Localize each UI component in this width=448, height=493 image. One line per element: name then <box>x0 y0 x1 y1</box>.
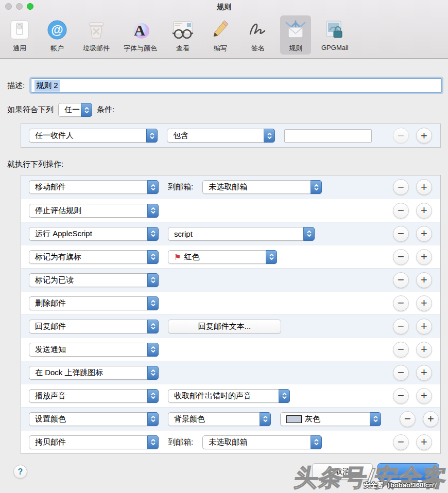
action-type-popup[interactable]: 拷贝邮件 <box>29 435 159 449</box>
remove-row-button[interactable]: − <box>393 342 409 358</box>
add-row-button[interactable]: + <box>416 272 432 288</box>
add-row-button[interactable]: + <box>416 128 432 144</box>
toolbar-item-label: 签名 <box>251 44 265 53</box>
action-type-popup[interactable]: 标记为已读 <box>29 273 159 287</box>
mailbox-popup[interactable]: 未选取邮箱 <box>202 435 322 449</box>
add-row-button[interactable]: + <box>416 203 432 219</box>
remove-row-button[interactable]: − <box>393 203 409 219</box>
add-row-button[interactable]: + <box>416 179 432 195</box>
composing-icon <box>209 17 232 42</box>
remove-row-button[interactable]: − <box>393 128 409 144</box>
fonts-icon: A <box>129 17 152 42</box>
general-icon <box>8 17 31 42</box>
popup-value: 停止评估规则 <box>29 206 147 216</box>
action-type-popup[interactable]: 设置颜色 <box>29 412 159 426</box>
add-row-button[interactable]: + <box>416 226 432 242</box>
remove-row-button[interactable]: − <box>400 411 416 427</box>
match-any-value: 任一 <box>59 105 81 115</box>
action-type-popup[interactable]: 发送通知 <box>29 343 159 357</box>
chevron-updown-icon <box>311 180 322 194</box>
remove-row-button[interactable]: − <box>393 295 409 311</box>
popup-value: 回复邮件 <box>29 322 147 331</box>
zoom-button[interactable] <box>27 3 33 10</box>
mailbox-popup[interactable]: 未选取邮箱 <box>202 180 322 194</box>
minimize-button[interactable] <box>16 3 23 10</box>
toolbar-item-accounts[interactable]: @帐户 <box>42 15 73 55</box>
color-popup[interactable]: 灰色 <box>280 412 381 426</box>
toolbar-item-signatures[interactable]: 签名 <box>243 15 273 55</box>
popup-value: 播放声音 <box>29 391 147 401</box>
popup-value: 背景颜色 <box>168 414 260 424</box>
toolbar-item-junk[interactable]: 垃圾邮件 <box>79 15 113 55</box>
viewing-icon <box>171 17 195 42</box>
popup-value: 在 Dock 上弹跳图标 <box>29 368 147 378</box>
cancel-button[interactable]: 取消 <box>312 463 373 480</box>
remove-row-button[interactable]: − <box>393 272 409 288</box>
action-row: 播放声音收取邮件出错时的声音−+ <box>21 384 440 407</box>
remove-row-button[interactable]: − <box>393 388 409 404</box>
add-row-button[interactable]: + <box>423 411 439 427</box>
action-type-popup[interactable]: 删除邮件 <box>29 296 159 310</box>
action-type-popup[interactable]: 标记为有旗标 <box>29 250 159 264</box>
action-row: 删除邮件−+ <box>21 291 440 314</box>
action-type-popup[interactable]: 回复邮件 <box>29 320 159 333</box>
add-row-button[interactable]: + <box>416 319 432 334</box>
toolbar-item-fonts[interactable]: A字体与颜色 <box>120 15 161 55</box>
action-row: 停止评估规则−+ <box>21 199 440 222</box>
toolbar-item-label: 帐户 <box>50 44 64 53</box>
toolbar-item-general[interactable]: 通用 <box>4 15 35 55</box>
chevron-updown-icon <box>147 180 159 194</box>
popup-value: 运行 AppleScript <box>29 229 147 239</box>
close-button[interactable] <box>5 3 12 10</box>
toolbar-item-gpgmail[interactable]: GPGMail <box>318 15 352 53</box>
chevron-updown-icon <box>147 412 159 426</box>
popup-value: 未选取邮箱 <box>203 437 311 447</box>
add-row-button[interactable]: + <box>416 365 432 381</box>
action-type-popup[interactable]: 在 Dock 上弹跳图标 <box>29 366 159 380</box>
chevron-updown-icon <box>147 343 159 357</box>
match-any-popup[interactable]: 任一 <box>58 103 92 117</box>
add-row-button[interactable]: + <box>416 434 432 450</box>
reply-text-button[interactable]: 回复邮件文本... <box>168 320 281 333</box>
remove-row-button[interactable]: − <box>393 179 409 195</box>
toolbar-item-viewing[interactable]: 查看 <box>167 15 198 55</box>
toolbar-item-rules[interactable]: 规则 <box>280 15 311 55</box>
remove-row-button[interactable]: − <box>393 365 409 381</box>
watermark-small-text: 安全客（bobao.360.cn） <box>364 481 440 490</box>
add-row-button[interactable]: + <box>416 342 432 358</box>
popup-value: 标记为已读 <box>29 275 147 285</box>
action-type-popup[interactable]: 移动邮件 <box>29 180 159 194</box>
color-target-popup[interactable]: 背景颜色 <box>168 412 271 426</box>
flag-color-popup[interactable]: ⚑红色 <box>168 250 277 264</box>
chevron-updown-icon <box>260 412 271 426</box>
description-row: 描述: 规则 2 <box>7 78 442 93</box>
chevron-updown-icon <box>81 103 92 117</box>
chevron-updown-icon <box>147 273 159 287</box>
sound-popup[interactable]: 收取邮件出错时的声音 <box>168 389 290 403</box>
popup-value: 收取邮件出错时的声音 <box>168 391 279 401</box>
description-input[interactable]: 规则 2 <box>31 78 442 93</box>
action-type-popup[interactable]: 运行 AppleScript <box>29 227 159 241</box>
confirm-button[interactable] <box>377 463 439 480</box>
script-popup[interactable]: script <box>168 227 315 241</box>
window-chrome: 规则 通用@帐户垃圾邮件A字体与颜色查看编写签名规则GPGMail <box>0 0 448 59</box>
remove-row-button[interactable]: − <box>393 434 409 450</box>
toolbar-item-composing[interactable]: 编写 <box>205 15 236 55</box>
action-type-popup[interactable]: 停止评估规则 <box>29 204 159 218</box>
action-type-popup[interactable]: 播放声音 <box>29 389 159 403</box>
remove-row-button[interactable]: − <box>393 226 409 242</box>
toolbar-item-label: 编写 <box>214 44 227 53</box>
add-row-button[interactable]: + <box>416 388 432 404</box>
gpgmail-icon <box>323 17 347 42</box>
condition-operator-popup[interactable]: 包含 <box>167 129 275 143</box>
traffic-lights <box>5 3 33 10</box>
add-row-button[interactable]: + <box>416 249 432 265</box>
remove-row-button[interactable]: − <box>393 319 409 334</box>
help-button[interactable]: ? <box>13 465 27 479</box>
condition-target-popup[interactable]: 任一收件人 <box>29 129 158 143</box>
add-row-button[interactable]: + <box>416 295 432 311</box>
chevron-updown-icon <box>147 227 159 241</box>
condition-value-input[interactable] <box>284 129 372 143</box>
titlebar[interactable]: 规则 <box>0 0 448 13</box>
remove-row-button[interactable]: − <box>393 249 409 265</box>
